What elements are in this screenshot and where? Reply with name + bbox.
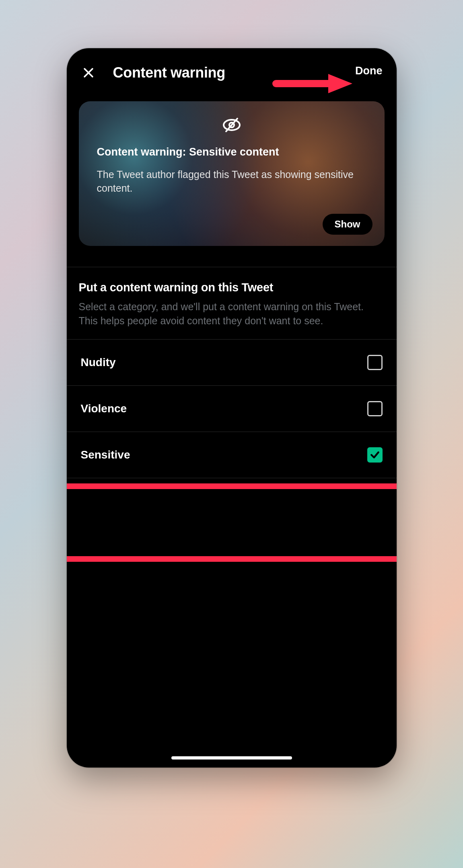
header-bar: Content warning Done [67, 48, 397, 93]
option-label: Sensitive [81, 448, 130, 461]
close-icon [82, 66, 95, 80]
content-warning-screen: Content warning Done Content warning: Se… [67, 48, 397, 768]
svg-marker-1 [328, 74, 352, 93]
section-title: Put a content warning on this Tweet [79, 281, 385, 294]
option-sensitive[interactable]: Sensitive [67, 432, 397, 478]
done-button[interactable]: Done [355, 65, 383, 77]
preview-heading: Content warning: Sensitive content [97, 146, 366, 158]
page-title: Content warning [113, 64, 225, 81]
option-label: Violence [81, 402, 127, 415]
close-button[interactable] [81, 65, 96, 80]
option-violence[interactable]: Violence [67, 386, 397, 432]
home-indicator [171, 756, 292, 760]
annotation-highlight-box [67, 483, 397, 562]
preview-description: The Tweet author flagged this Tweet as s… [97, 168, 354, 195]
option-label: Nudity [81, 356, 116, 369]
show-button[interactable]: Show [323, 214, 372, 235]
checkbox-unchecked-icon [367, 355, 383, 370]
instructions-section: Put a content warning on this Tweet Sele… [67, 267, 397, 340]
hidden-content-icon [222, 115, 241, 135]
option-nudity[interactable]: Nudity [67, 340, 397, 386]
section-description: Select a category, and we'll put a conte… [79, 300, 385, 328]
checkbox-unchecked-icon [367, 401, 383, 416]
checkbox-checked-icon [367, 447, 383, 463]
annotation-arrow-icon [272, 72, 352, 96]
content-preview-card: Content warning: Sensitive content The T… [79, 101, 385, 246]
